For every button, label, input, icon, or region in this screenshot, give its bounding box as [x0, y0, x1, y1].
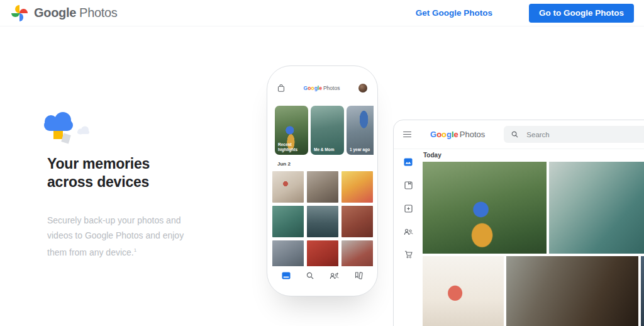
photos-tab-icon[interactable]	[282, 272, 291, 279]
brand-google-text: Google	[34, 6, 76, 20]
section-label: Today	[423, 152, 644, 159]
search-input[interactable]: Search	[504, 126, 644, 143]
page-title: Your memories across devices	[47, 155, 164, 191]
phone-bottom-nav	[271, 267, 374, 292]
phone-app-topbar: GooglePhotos	[271, 83, 374, 93]
logo-letter: G	[430, 130, 436, 139]
albums-icon[interactable]	[404, 181, 413, 189]
desktop-app-logo: GooglePhotos	[430, 130, 485, 139]
header-actions: Get Google Photos Go to Google Photos	[416, 4, 634, 23]
photo-tile[interactable]	[341, 171, 373, 203]
google-photos-logo[interactable]: GooglePhotos	[10, 4, 118, 22]
desktop-app-body: Today	[394, 149, 644, 326]
phone-screen: GooglePhotos Recent highlights Me & Mom …	[271, 70, 374, 292]
photo-tile[interactable]	[272, 240, 304, 266]
logo-photos-text: Photos	[323, 85, 340, 91]
print-store-icon[interactable]	[404, 250, 413, 259]
cloud-backup-illustration	[43, 111, 106, 146]
photo-couch-laughing[interactable]	[549, 162, 644, 254]
footnote-marker: 1	[134, 247, 136, 253]
library-tab-icon[interactable]	[355, 272, 363, 279]
photo-row	[423, 162, 644, 254]
memory-card-label: Me & Mom	[314, 147, 339, 152]
search-placeholder: Search	[526, 131, 549, 138]
photo-row	[423, 256, 644, 326]
illustration-blue-cloud	[44, 112, 73, 131]
google-photos-landing-page: GooglePhotos Get Google Photos Go to Goo…	[0, 0, 644, 326]
photos-pinwheel-icon	[10, 4, 28, 22]
menu-icon[interactable]	[403, 132, 411, 138]
photo-forest-shoulders[interactable]	[423, 162, 547, 254]
brand-wordmark: GooglePhotos	[34, 6, 118, 20]
get-google-photos-link[interactable]: Get Google Photos	[416, 8, 492, 18]
photo-tile[interactable]	[341, 240, 373, 266]
photo-tile[interactable]	[272, 171, 304, 203]
sharing-icon[interactable]	[404, 228, 413, 235]
for-you-icon[interactable]	[404, 205, 413, 213]
photo-tile[interactable]	[307, 206, 338, 237]
logo-letter: e	[454, 130, 458, 139]
memory-card-label: Recent highlights	[278, 142, 303, 152]
photo-mother-child-room[interactable]	[423, 256, 504, 326]
memories-carousel: Recent highlights Me & Mom 1 year ago	[275, 106, 374, 155]
desktop-mockup: GooglePhotos Search	[393, 120, 644, 326]
phone-app-logo: GooglePhotos	[285, 85, 358, 91]
memory-card-me-and-mom[interactable]: Me & Mom	[311, 106, 344, 155]
desktop-photo-area: Today	[423, 149, 644, 326]
phone-photo-grid	[272, 171, 374, 266]
photo-tile[interactable]	[272, 206, 304, 237]
pinwheel-petal-blue	[19, 13, 24, 21]
desktop-app-topbar: GooglePhotos Search	[394, 120, 644, 149]
memory-card-recent-highlights[interactable]: Recent highlights	[275, 106, 308, 155]
photo-ocean-cliff[interactable]	[641, 256, 644, 326]
go-to-google-photos-button[interactable]: Go to Google Photos	[529, 4, 634, 23]
pinwheel-petal-green	[11, 13, 19, 18]
search-icon	[511, 131, 518, 138]
logo-letter: e	[319, 85, 322, 91]
hero-description-text: Securely back-up your photos and videos …	[47, 215, 184, 257]
logo-letter: g	[447, 130, 452, 139]
photo-tile[interactable]	[307, 240, 338, 266]
hero-description: Securely back-up your photos and videos …	[47, 213, 188, 260]
pinwheel-petal-yellow	[15, 5, 19, 13]
logo-letter: o	[441, 130, 447, 139]
phone-mockup: GooglePhotos Recent highlights Me & Mom …	[267, 65, 378, 296]
shopping-bag-icon[interactable]	[277, 84, 285, 93]
memory-card-1-year-ago[interactable]: 1 year ago	[347, 106, 374, 155]
pinwheel-petal-red	[19, 9, 28, 13]
top-navigation-bar: GooglePhotos Get Google Photos Go to Goo…	[0, 0, 644, 26]
memory-card-label: 1 year ago	[350, 147, 374, 152]
desktop-sidebar	[394, 149, 423, 326]
illustration-pale-cloud	[77, 126, 89, 135]
photos-icon[interactable]	[404, 158, 413, 166]
brand-photos-text: Photos	[79, 6, 117, 20]
logo-letter: o	[436, 130, 441, 139]
search-tab-icon[interactable]	[306, 272, 314, 279]
account-avatar[interactable]	[358, 84, 367, 93]
sharing-tab-icon[interactable]	[330, 272, 339, 279]
photo-kids-kitchen-floor[interactable]	[506, 256, 638, 326]
date-header: Jun 2	[277, 161, 374, 167]
photo-tile[interactable]	[341, 206, 373, 237]
photo-tile[interactable]	[307, 171, 338, 203]
logo-photos-text: Photos	[460, 130, 485, 139]
